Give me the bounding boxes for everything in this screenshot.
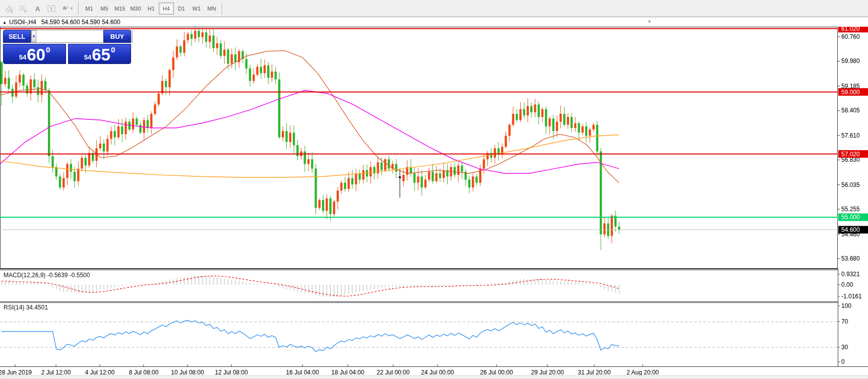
candle-body (384, 159, 386, 170)
equidistant-channel-icon[interactable]: E (2, 2, 16, 15)
candle-body (77, 169, 79, 181)
price-tick-label: 56.035 (841, 181, 860, 188)
candle-body (501, 147, 503, 155)
time-tick-label: 26 Jul 00:00 (480, 369, 513, 376)
candle-body (139, 125, 141, 133)
fibonacci-retracement-icon[interactable]: F (16, 2, 30, 15)
tab-d1[interactable]: D1 (174, 3, 189, 15)
candle-body (519, 109, 521, 120)
svg-text:T: T (50, 7, 53, 12)
candle-body (443, 170, 445, 178)
candle-body (158, 93, 160, 104)
sell-price-int: 54 (19, 53, 26, 61)
collapse-icon[interactable]: ▲ (3, 20, 7, 25)
time-tick-label: 2 Aug 20:00 (627, 369, 659, 376)
candle-body (74, 172, 76, 181)
candle-body (198, 31, 200, 37)
candle-body (191, 34, 193, 38)
candle-body (516, 114, 518, 120)
time-tick-label: 18 Jul 04:00 (331, 369, 364, 376)
macd-indicator-label: MACD(12,26,9) -0.5639 -0.5500 (4, 272, 90, 279)
candle-body (304, 151, 306, 164)
candle-body (431, 172, 433, 181)
candle-body (125, 121, 127, 134)
buy-price[interactable]: 54 65 0 (68, 44, 131, 64)
rsi-indicator-label: RSI(14) 34.4501 (4, 304, 48, 311)
candle-body (202, 32, 204, 37)
time-tick-label: 24 Jul 00:00 (421, 369, 454, 376)
sell-price[interactable]: 54 60 0 (3, 44, 66, 64)
text-icon[interactable]: A (30, 2, 44, 15)
candle-body (329, 199, 331, 214)
candle-body (227, 49, 229, 64)
candle-body (150, 114, 152, 128)
rsi-axis-label: 70 (841, 318, 848, 325)
candle-body (117, 127, 119, 138)
candle-body (22, 75, 24, 86)
candle-body (44, 81, 46, 91)
candle-body (99, 144, 101, 148)
rsi-axis-label: 30 (841, 344, 848, 351)
ohlc-values: 54.590 54.600 54.590 54.600 (41, 19, 120, 26)
candle-body (216, 43, 218, 48)
candle-body (249, 69, 251, 81)
window-bottom-edge (0, 375, 868, 379)
candle-body (578, 123, 580, 133)
candle-body (319, 200, 321, 208)
text-label-icon[interactable]: T (44, 2, 58, 15)
candle-body (523, 109, 525, 115)
candle-body (59, 176, 61, 187)
candle-body (220, 43, 222, 56)
candle-body (413, 173, 415, 183)
candle-body (212, 36, 214, 48)
tab-m5[interactable]: M5 (97, 3, 112, 15)
svg-text:F: F (25, 10, 27, 13)
candle-body (30, 80, 32, 94)
chart-shift-marker-icon[interactable]: ▼ (647, 19, 652, 24)
candle-body (285, 131, 287, 142)
candle-body (168, 70, 170, 87)
candle-body (85, 158, 87, 166)
rsi-axis-label: 0 (841, 358, 845, 365)
candle-body (589, 130, 591, 136)
candle-body (509, 125, 511, 136)
tab-m15[interactable]: M15 (112, 3, 128, 15)
candle-body (348, 178, 350, 189)
tab-h4[interactable]: H4 (159, 3, 174, 15)
candle-body (596, 125, 598, 152)
candle-body (461, 165, 463, 171)
tab-m30[interactable]: M30 (128, 3, 143, 15)
price-tick-label: 55.255 (841, 206, 860, 213)
candle-body (19, 75, 21, 83)
tab-m1[interactable]: M1 (82, 3, 97, 15)
candle-body (63, 178, 65, 187)
candle-body (260, 67, 262, 73)
candle-body (344, 183, 346, 189)
chart-canvas[interactable]: 60.76059.98059.18558.40557.61056.83056.0… (0, 27, 868, 379)
buy-button[interactable]: BUY (103, 30, 131, 43)
candle-body (48, 90, 50, 156)
candle-body (245, 59, 247, 69)
buy-price-int: 54 (84, 53, 91, 61)
buy-price-main: 65 (92, 47, 110, 62)
candle-body (172, 57, 174, 70)
toolbar: E F A T ▾ M1 M5 M15 M30 H1 H4 D1 W1 MN (0, 0, 868, 17)
candle-body (132, 118, 134, 130)
candle-body (366, 170, 368, 176)
candle-body (315, 169, 317, 208)
candle-body (51, 156, 53, 167)
one-click-trading-panel: SELL ▼ ▲ BUY 54 60 0 54 65 0 (3, 30, 131, 64)
volume-decrease-button[interactable]: ▼ (31, 30, 36, 42)
candle-body (81, 158, 83, 169)
candle-body (194, 31, 196, 39)
candle-body (296, 145, 298, 156)
tab-w1[interactable]: W1 (189, 3, 204, 15)
arrows-dropdown-caret[interactable]: ▾ (71, 6, 76, 11)
sell-button[interactable]: SELL (3, 30, 31, 43)
tab-mn[interactable]: MN (204, 3, 219, 15)
tab-h1[interactable]: H1 (144, 3, 159, 15)
price-badge-label: 55.000 (841, 214, 860, 221)
price-badge: 61.020 (838, 27, 868, 32)
candle-body (454, 167, 456, 175)
candle-body (355, 173, 357, 184)
